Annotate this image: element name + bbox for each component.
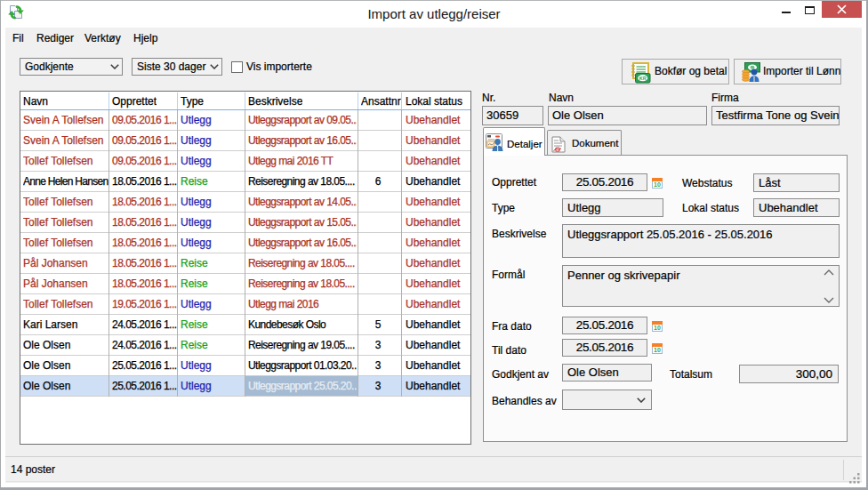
svg-text:10: 10: [654, 347, 661, 353]
svg-text:10: 10: [654, 325, 661, 331]
svg-text:KR: KR: [639, 76, 647, 81]
svg-text:10: 10: [654, 181, 661, 188]
